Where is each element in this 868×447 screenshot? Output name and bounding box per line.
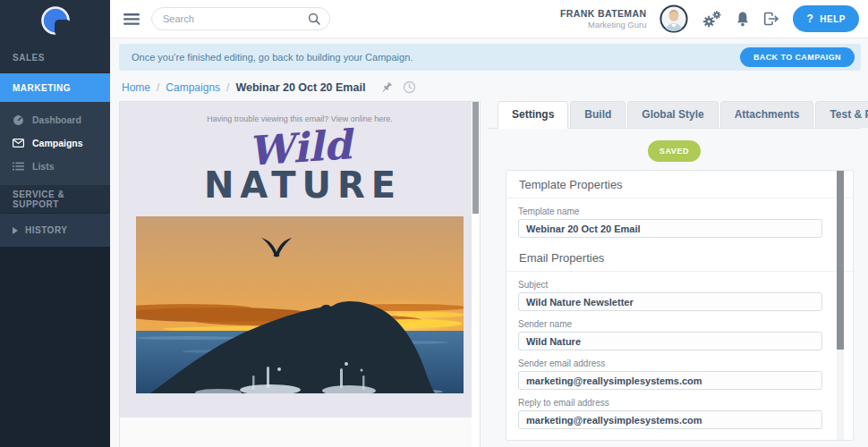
sidebar-item-service-support[interactable]: SERVICE & SUPPORT xyxy=(0,185,110,214)
settings-scrollbar[interactable] xyxy=(837,171,844,440)
reply-to-email-input[interactable] xyxy=(518,410,822,429)
info-banner: Once you’re finished editing, go back to… xyxy=(119,44,861,71)
sidebar-item-label: HISTORY xyxy=(25,225,67,235)
sender-name-field: Sender name xyxy=(506,311,853,350)
topbar: FRANK BATEMAN Marketing Guru xyxy=(110,0,868,38)
template-name-field: Template name xyxy=(506,198,853,238)
sidebar-spacer xyxy=(0,247,110,447)
marketing-submenu: Dashboard Campaigns Lists xyxy=(0,102,110,185)
breadcrumb-separator: / xyxy=(157,81,159,94)
menu-hamburger-icon[interactable] xyxy=(123,13,140,25)
sidebar: SALES MARKETING Dashboard Campaigns xyxy=(0,0,110,447)
breadcrumb-separator: / xyxy=(226,81,229,94)
main-area: FRANK BATEMAN Marketing Guru xyxy=(110,0,868,447)
settings-gears-icon[interactable] xyxy=(702,11,722,28)
preview-scrollbar[interactable] xyxy=(472,102,480,447)
subject-label: Subject xyxy=(518,280,853,290)
help-button[interactable]: ? HELP xyxy=(793,5,859,32)
template-name-label: Template name xyxy=(518,207,853,216)
logout-icon[interactable] xyxy=(763,12,779,26)
settings-panel: Settings Build Global Style Attachments … xyxy=(481,101,861,447)
reply-to-email-label: Reply to email address xyxy=(518,398,853,408)
search-icon[interactable] xyxy=(308,13,320,25)
breadcrumb-current: Webinar 20 Oct 20 Email xyxy=(235,81,365,94)
app-window: SALES MARKETING Dashboard Campaigns xyxy=(0,0,868,447)
sidebar-item-label: SERVICE & SUPPORT xyxy=(13,190,110,209)
history-clock-icon[interactable] xyxy=(403,80,416,94)
sidebar-item-marketing[interactable]: MARKETING xyxy=(0,73,110,102)
search-box xyxy=(151,7,330,30)
breadcrumb: Home / Campaigns / Webinar 20 Oct 20 Ema… xyxy=(119,71,861,101)
notifications-bell-icon[interactable] xyxy=(736,11,750,27)
sidebar-item-label: Campaigns xyxy=(32,138,83,148)
reply-to-email-field: Reply to email address xyxy=(506,390,853,429)
tab-global-style[interactable]: Global Style xyxy=(627,101,718,128)
list-icon xyxy=(12,162,24,171)
caret-right-icon xyxy=(13,227,18,234)
app-logo[interactable] xyxy=(0,0,110,42)
content-area: Once you’re finished editing, go back to… xyxy=(110,38,868,447)
whale-sunset-image xyxy=(136,216,464,393)
sender-name-label: Sender name xyxy=(518,319,853,329)
sidebar-item-label: SALES xyxy=(13,53,45,63)
topbar-right-cluster: FRANK BATEMAN Marketing Guru xyxy=(560,4,859,33)
search-input[interactable] xyxy=(163,13,308,24)
properties-card: Template Properties Template name Email … xyxy=(506,170,854,441)
banner-message: Once you’re finished editing, go back to… xyxy=(132,52,413,63)
section-title-email-properties: Email Properties xyxy=(506,244,853,272)
settings-scrollbar-thumb[interactable] xyxy=(837,171,844,350)
editor-panels: Having trouble viewing this email? View … xyxy=(119,101,861,447)
breadcrumb-campaigns[interactable]: Campaigns xyxy=(166,81,220,94)
sender-email-input[interactable] xyxy=(518,371,822,390)
tab-settings[interactable]: Settings xyxy=(498,101,568,129)
pin-icon[interactable] xyxy=(380,81,393,94)
avatar[interactable] xyxy=(660,4,688,33)
sidebar-item-lists[interactable]: Lists xyxy=(0,155,110,178)
tab-build[interactable]: Build xyxy=(570,101,625,128)
section-title-template-properties: Template Properties xyxy=(506,171,853,198)
sidebar-item-dashboard[interactable]: Dashboard xyxy=(0,108,110,131)
back-to-campaign-button[interactable]: BACK TO CAMPAIGN xyxy=(740,47,855,67)
help-label: HELP xyxy=(820,14,846,24)
tab-attachments[interactable]: Attachments xyxy=(720,101,814,128)
user-name: FRANK BATEMAN xyxy=(560,8,647,20)
dashboard-gauge-icon xyxy=(12,114,24,126)
sidebar-item-sales[interactable]: SALES xyxy=(0,42,110,73)
email-body-section xyxy=(120,417,472,447)
subject-input[interactable] xyxy=(518,292,822,311)
sender-email-field: Sender email address xyxy=(506,350,853,390)
email-preview-panel: Having trouble viewing this email? View … xyxy=(119,101,481,447)
sidebar-item-label: MARKETING xyxy=(13,83,71,93)
user-role: Marketing Guru xyxy=(560,20,647,30)
sender-name-input[interactable] xyxy=(518,332,822,350)
subject-field: Subject xyxy=(506,272,853,311)
sidebar-item-label: Dashboard xyxy=(32,114,81,125)
sidebar-item-campaigns[interactable]: Campaigns xyxy=(0,131,110,155)
breadcrumb-home[interactable]: Home xyxy=(122,81,150,94)
sidebar-item-history[interactable]: HISTORY xyxy=(0,214,110,247)
user-menu[interactable]: FRANK BATEMAN Marketing Guru xyxy=(560,8,647,30)
preview-scrollbar-thumb[interactable] xyxy=(472,102,479,214)
envelope-icon xyxy=(12,139,24,148)
saved-status-badge: SAVED xyxy=(648,140,701,162)
help-question-icon: ? xyxy=(806,13,813,25)
sender-email-label: Sender email address xyxy=(518,358,853,368)
logo-icon xyxy=(36,2,75,41)
tab-test-preview[interactable]: Test & Preview xyxy=(815,101,868,128)
sidebar-item-label: Lists xyxy=(32,161,55,172)
template-name-input[interactable] xyxy=(518,219,822,238)
tab-bar: Settings Build Global Style Attachments … xyxy=(488,101,861,129)
